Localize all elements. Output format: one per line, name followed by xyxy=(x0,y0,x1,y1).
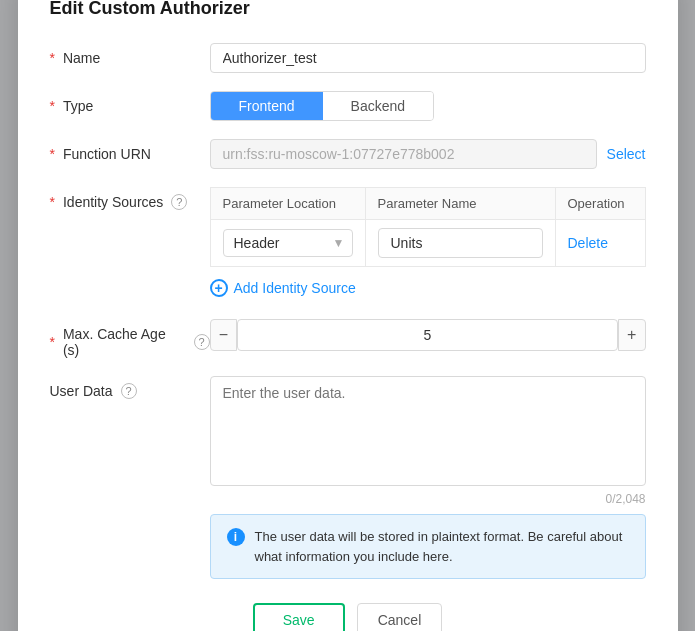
function-urn-input xyxy=(210,139,597,169)
operation-cell: Delete xyxy=(555,220,645,267)
identity-sources-help-icon[interactable]: ? xyxy=(171,194,187,210)
function-urn-row: * Function URN Select xyxy=(50,139,646,169)
type-backend-button[interactable]: Backend xyxy=(323,92,433,120)
modal-footer: Save Cancel xyxy=(50,603,646,631)
user-data-row: User Data ? 0/2,048 i The user data will… xyxy=(50,376,646,579)
info-text: The user data will be stored in plaintex… xyxy=(255,527,629,566)
identity-sources-label: * Identity Sources ? xyxy=(50,187,210,210)
name-field-wrapper xyxy=(210,43,646,73)
required-star: * xyxy=(50,50,55,66)
table-row: Header Query Cookie ▼ xyxy=(210,220,645,267)
user-data-label: User Data ? xyxy=(50,376,210,399)
param-location-select-wrapper: Header Query Cookie ▼ xyxy=(223,229,353,257)
type-frontend-button[interactable]: Frontend xyxy=(211,92,323,120)
col-param-location: Parameter Location xyxy=(210,188,365,220)
close-button[interactable]: × xyxy=(649,0,660,4)
required-star-urn: * xyxy=(50,146,55,162)
type-toggle: Frontend Backend xyxy=(210,91,435,121)
function-urn-label: * Function URN xyxy=(50,139,210,162)
col-param-name: Parameter Name xyxy=(365,188,555,220)
user-data-textarea[interactable] xyxy=(210,376,646,486)
max-cache-help-icon[interactable]: ? xyxy=(194,334,210,350)
cancel-button[interactable]: Cancel xyxy=(357,603,443,631)
cache-age-input[interactable] xyxy=(237,319,617,351)
type-label: * Type xyxy=(50,91,210,114)
type-toggle-wrapper: Frontend Backend xyxy=(210,91,646,121)
modal-title: Edit Custom Authorizer xyxy=(50,0,646,19)
decrement-button[interactable]: − xyxy=(210,319,238,351)
identity-sources-row: * Identity Sources ? Parameter Location … xyxy=(50,187,646,301)
identity-table: Parameter Location Parameter Name Operat… xyxy=(210,187,646,267)
function-urn-select-link[interactable]: Select xyxy=(607,146,646,162)
required-star-type: * xyxy=(50,98,55,114)
add-circle-icon: + xyxy=(210,279,228,297)
name-row: * Name xyxy=(50,43,646,73)
increment-button[interactable]: + xyxy=(618,319,646,351)
name-label: * Name xyxy=(50,43,210,66)
add-identity-source-button[interactable]: + Add Identity Source xyxy=(210,275,356,301)
edit-authorizer-modal: × Edit Custom Authorizer * Name * Type F… xyxy=(18,0,678,631)
user-data-wrapper: 0/2,048 i The user data will be stored i… xyxy=(210,376,646,579)
name-input[interactable] xyxy=(210,43,646,73)
param-location-select[interactable]: Header Query Cookie xyxy=(223,229,353,257)
delete-link[interactable]: Delete xyxy=(568,235,608,251)
col-operation: Operation xyxy=(555,188,645,220)
identity-sources-table-wrapper: Parameter Location Parameter Name Operat… xyxy=(210,187,646,301)
function-urn-wrapper: Select xyxy=(210,139,646,169)
max-cache-age-row: * Max. Cache Age (s) ? − + xyxy=(50,319,646,358)
type-row: * Type Frontend Backend xyxy=(50,91,646,121)
param-name-cell xyxy=(365,220,555,267)
char-count: 0/2,048 xyxy=(210,492,646,506)
required-star-identity: * xyxy=(50,194,55,210)
save-button[interactable]: Save xyxy=(253,603,345,631)
param-location-cell: Header Query Cookie ▼ xyxy=(210,220,365,267)
modal-overlay: × Edit Custom Authorizer * Name * Type F… xyxy=(0,0,695,631)
info-box: i The user data will be stored in plaint… xyxy=(210,514,646,579)
user-data-help-icon[interactable]: ? xyxy=(121,383,137,399)
info-icon: i xyxy=(227,528,245,546)
param-name-input[interactable] xyxy=(378,228,543,258)
max-cache-age-label: * Max. Cache Age (s) ? xyxy=(50,319,210,358)
cache-stepper-wrapper: − + xyxy=(210,319,646,351)
required-star-cache: * xyxy=(50,334,55,350)
